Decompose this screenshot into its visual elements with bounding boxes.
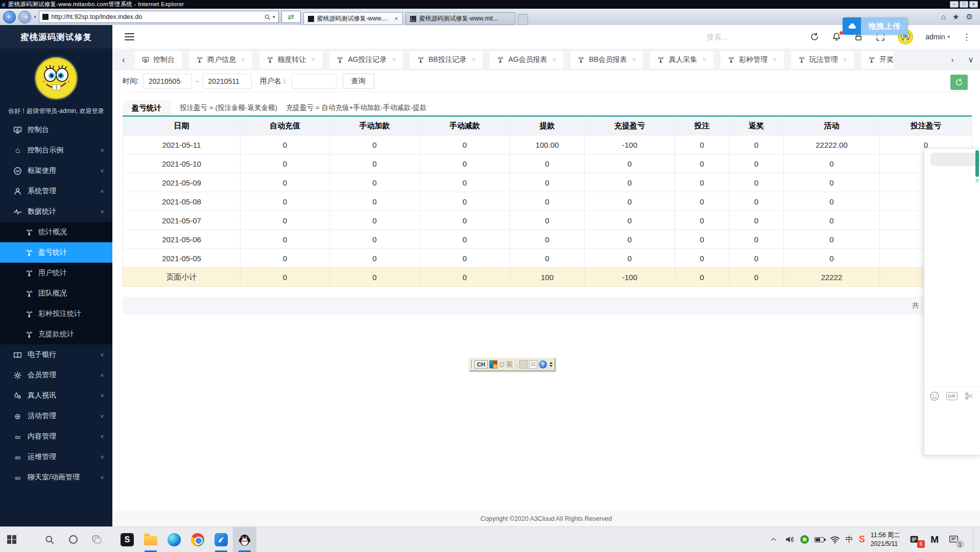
help-icon[interactable]: ? bbox=[539, 360, 547, 369]
favorites-star-icon[interactable]: ★ bbox=[952, 12, 959, 21]
home-icon[interactable]: ⌂ bbox=[941, 12, 946, 21]
tim-app-button[interactable] bbox=[209, 527, 233, 552]
task-view-button[interactable] bbox=[85, 527, 108, 552]
refresh-button[interactable] bbox=[950, 75, 968, 90]
taskbar-clock[interactable]: 11:56 周二 2021/5/11 bbox=[871, 531, 900, 548]
sidebar-item-10[interactable]: ∞运维管理∨ bbox=[0, 447, 112, 467]
gif-button[interactable]: GIF bbox=[946, 392, 958, 400]
sogou-tray-icon[interactable]: S bbox=[859, 534, 865, 545]
ime-mode-indicator[interactable]: 中 bbox=[846, 535, 853, 544]
sidebar-subitem-4[interactable]: 彩种投注统计 bbox=[0, 304, 112, 324]
content-tab-5[interactable]: AG会员报表× bbox=[490, 51, 563, 68]
sidebar-subitem-2[interactable]: 用户统计 bbox=[0, 263, 112, 283]
new-tab-button[interactable] bbox=[518, 14, 528, 25]
smiley-icon[interactable] bbox=[929, 391, 940, 401]
address-dropdown-icon[interactable]: ▾ bbox=[273, 14, 275, 19]
chrome-button[interactable] bbox=[186, 527, 209, 552]
sidebar-subitem-0[interactable]: 统计概况 bbox=[0, 222, 112, 242]
sidebar-subitem-3[interactable]: 团队概况 bbox=[0, 283, 112, 304]
close-icon[interactable]: × bbox=[702, 56, 706, 63]
ime-softkeyboard-icon[interactable] bbox=[519, 360, 528, 369]
sidebar-item-0[interactable]: 控制台 bbox=[0, 120, 112, 140]
scrollbar-track[interactable] bbox=[975, 178, 979, 182]
search-input[interactable] bbox=[707, 33, 783, 41]
bell-icon[interactable] bbox=[832, 32, 842, 42]
drag-handle[interactable] bbox=[471, 360, 473, 369]
content-tab-3[interactable]: AG投注记录× bbox=[329, 51, 403, 68]
edge-button[interactable] bbox=[162, 527, 186, 552]
more-menu-icon[interactable]: ⋮ bbox=[962, 32, 971, 42]
content-tab-1[interactable]: 商户信息× bbox=[189, 51, 252, 68]
settings-gear-icon[interactable]: ⚙ bbox=[966, 12, 973, 21]
ime-english-toggle[interactable]: 英 bbox=[506, 360, 513, 369]
tab-profit-stats[interactable]: 盈亏统计 bbox=[123, 100, 171, 116]
address-bar[interactable]: http://ht.92sp.top/Index.index.do ▾ bbox=[39, 11, 279, 23]
wifi-icon[interactable] bbox=[830, 535, 840, 545]
ime-notepad-icon[interactable] bbox=[529, 360, 537, 369]
start-button[interactable] bbox=[0, 527, 23, 552]
content-tab-9[interactable]: 玩法管理× bbox=[791, 51, 854, 68]
sidebar-item-8[interactable]: ⊕活动管理∨ bbox=[0, 406, 112, 426]
search-icon[interactable] bbox=[264, 14, 271, 20]
battery-icon[interactable] bbox=[815, 537, 824, 542]
volume-icon[interactable] bbox=[784, 535, 795, 545]
history-dropdown-icon[interactable]: ▾ bbox=[34, 14, 36, 19]
close-icon[interactable]: × bbox=[632, 56, 636, 63]
minimize-button[interactable]: – bbox=[950, 1, 959, 8]
content-tab-6[interactable]: BB会员报表× bbox=[570, 51, 643, 68]
taskbar-search-button[interactable] bbox=[38, 527, 61, 552]
scissors-icon[interactable] bbox=[964, 391, 974, 401]
message-icon[interactable]: 6 bbox=[909, 534, 921, 546]
scrollbar-thumb[interactable] bbox=[975, 150, 979, 177]
url-text[interactable]: http://ht.92sp.top/Index.index.do bbox=[52, 13, 261, 20]
tabs-dropdown-icon[interactable]: ∨ bbox=[962, 55, 980, 64]
forward-button[interactable] bbox=[18, 11, 31, 24]
antivirus-tray-icon[interactable] bbox=[800, 535, 809, 544]
prohibit-icon[interactable]: ∅ bbox=[499, 361, 505, 369]
cortana-button[interactable] bbox=[61, 527, 85, 552]
tray-expand-icon[interactable] bbox=[769, 535, 779, 545]
refresh-icon[interactable] bbox=[810, 32, 820, 42]
sidebar-item-7[interactable]: 真人视讯∨ bbox=[0, 385, 112, 406]
hamburger-icon[interactable] bbox=[125, 33, 134, 40]
ime-punctuation-toggle[interactable]: ·, bbox=[514, 361, 518, 367]
ime-language-bar[interactable]: CH ∅ 英 ·, ? bbox=[469, 358, 555, 371]
content-tab-4[interactable]: BB投注记录× bbox=[410, 51, 483, 68]
compatibility-button[interactable]: ⇄ bbox=[281, 11, 301, 23]
notification-center-icon[interactable]: 1 bbox=[948, 534, 960, 546]
sidebar-item-4[interactable]: 数据统计∧ bbox=[0, 201, 112, 222]
browser-tab-2[interactable]: 蜜桃源码测试修复-www.mit... bbox=[405, 12, 515, 25]
close-icon[interactable]: × bbox=[472, 56, 476, 63]
sidebar-item-6[interactable]: 会员管理∨ bbox=[0, 365, 112, 385]
close-button[interactable]: × bbox=[969, 1, 978, 8]
content-tab-10[interactable]: 开奖 bbox=[861, 51, 894, 68]
qq-app-button[interactable] bbox=[233, 527, 256, 552]
content-tab-8[interactable]: 彩种管理× bbox=[721, 51, 784, 68]
sidebar-subitem-5[interactable]: 充提款统计 bbox=[0, 324, 112, 344]
back-button[interactable] bbox=[3, 11, 16, 24]
sidebar-item-5[interactable]: 电子银行∨ bbox=[0, 344, 112, 365]
content-tab-7[interactable]: 真人采集× bbox=[650, 51, 713, 68]
close-icon[interactable]: × bbox=[553, 56, 557, 63]
show-desktop-button[interactable] bbox=[973, 527, 976, 552]
sidebar-item-3[interactable]: 系统管理∨ bbox=[0, 181, 112, 201]
close-icon[interactable]: × bbox=[241, 56, 245, 63]
tabs-scroll-right-icon[interactable]: › bbox=[943, 55, 962, 64]
sidebar-item-9[interactable]: ∞内容管理∨ bbox=[0, 426, 112, 447]
close-icon[interactable]: × bbox=[392, 56, 396, 63]
sogou-app-button[interactable]: S bbox=[115, 527, 139, 552]
browser-tab-1[interactable]: 蜜桃源码测试修复-www.... × bbox=[303, 12, 403, 25]
sidebar-item-1[interactable]: ⌂控制台示例∨ bbox=[0, 140, 112, 160]
date-from-input[interactable] bbox=[143, 74, 192, 89]
maximize-button[interactable]: □ bbox=[960, 1, 968, 8]
m-app-tray-icon[interactable]: M bbox=[930, 534, 938, 545]
query-button[interactable]: 查询 bbox=[343, 74, 374, 89]
tabs-scroll-left-icon[interactable]: ‹ bbox=[112, 54, 135, 65]
close-icon[interactable]: × bbox=[773, 56, 777, 63]
ime-collapse-icon[interactable] bbox=[549, 362, 553, 367]
avatar[interactable] bbox=[34, 56, 79, 101]
file-explorer-button[interactable] bbox=[139, 527, 162, 552]
content-tab-2[interactable]: 额度转让× bbox=[259, 51, 323, 68]
user-menu[interactable]: admin ▾ bbox=[925, 33, 950, 41]
username-input[interactable] bbox=[292, 74, 337, 89]
